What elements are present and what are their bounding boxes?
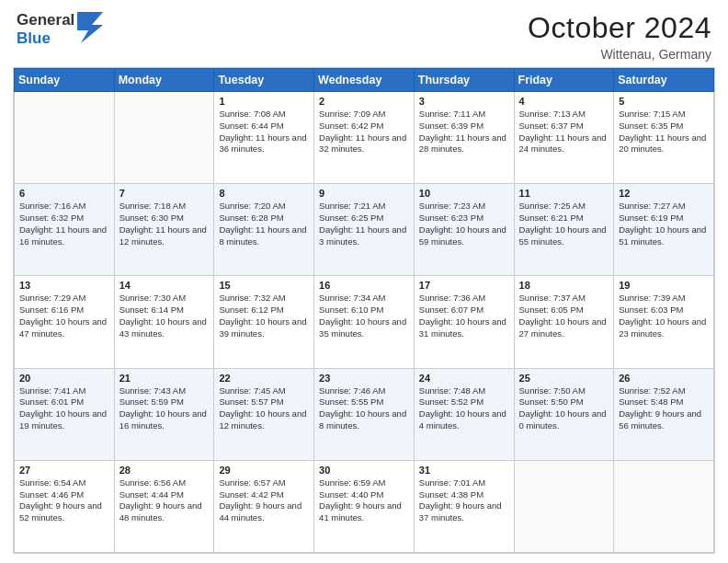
- day-info: Sunrise: 7:41 AM Sunset: 6:01 PM Dayligh…: [19, 385, 109, 432]
- logo-general-text: General: [17, 11, 74, 29]
- day-number: 19: [619, 280, 709, 291]
- calendar-cell: 4Sunrise: 7:13 AM Sunset: 6:37 PM Daylig…: [514, 92, 614, 184]
- calendar-cell: 28Sunrise: 6:56 AM Sunset: 4:44 PM Dayli…: [114, 460, 214, 552]
- calendar-cell: 20Sunrise: 7:41 AM Sunset: 6:01 PM Dayli…: [15, 368, 115, 460]
- day-info: Sunrise: 7:01 AM Sunset: 4:38 PM Dayligh…: [419, 477, 509, 524]
- day-info: Sunrise: 7:46 AM Sunset: 5:55 PM Dayligh…: [319, 385, 409, 432]
- day-info: Sunrise: 7:15 AM Sunset: 6:35 PM Dayligh…: [619, 109, 709, 155]
- weekday-header-thursday: Thursday: [414, 69, 514, 92]
- calendar-table: SundayMondayTuesdayWednesdayThursdayFrid…: [14, 68, 714, 553]
- day-info: Sunrise: 7:52 AM Sunset: 5:48 PM Dayligh…: [619, 385, 709, 432]
- calendar-cell: 5Sunrise: 7:15 AM Sunset: 6:35 PM Daylig…: [614, 92, 714, 184]
- calendar-cell: 21Sunrise: 7:43 AM Sunset: 5:59 PM Dayli…: [114, 368, 214, 460]
- day-number: 23: [319, 373, 409, 384]
- week-row-2: 6Sunrise: 7:16 AM Sunset: 6:32 PM Daylig…: [15, 184, 714, 276]
- day-number: 29: [219, 465, 309, 476]
- calendar-cell: 18Sunrise: 7:37 AM Sunset: 6:05 PM Dayli…: [514, 276, 614, 368]
- calendar-cell: 27Sunrise: 6:54 AM Sunset: 4:46 PM Dayli…: [15, 460, 115, 552]
- day-info: Sunrise: 7:36 AM Sunset: 6:07 PM Dayligh…: [419, 293, 509, 339]
- calendar-cell: 26Sunrise: 7:52 AM Sunset: 5:48 PM Dayli…: [614, 368, 714, 460]
- week-row-5: 27Sunrise: 6:54 AM Sunset: 4:46 PM Dayli…: [15, 460, 714, 552]
- day-info: Sunrise: 7:25 AM Sunset: 6:21 PM Dayligh…: [519, 201, 609, 247]
- day-info: Sunrise: 6:57 AM Sunset: 4:42 PM Dayligh…: [219, 477, 309, 524]
- calendar-cell: [15, 92, 115, 184]
- day-info: Sunrise: 7:23 AM Sunset: 6:23 PM Dayligh…: [419, 201, 509, 247]
- calendar-cell: 2Sunrise: 7:09 AM Sunset: 6:42 PM Daylig…: [314, 92, 415, 184]
- day-number: 31: [419, 465, 509, 476]
- weekday-header-sunday: Sunday: [15, 69, 115, 92]
- day-info: Sunrise: 7:32 AM Sunset: 6:12 PM Dayligh…: [219, 293, 309, 339]
- day-info: Sunrise: 7:11 AM Sunset: 6:39 PM Dayligh…: [419, 109, 509, 155]
- calendar-cell: 29Sunrise: 6:57 AM Sunset: 4:42 PM Dayli…: [214, 460, 314, 552]
- day-info: Sunrise: 6:54 AM Sunset: 4:46 PM Dayligh…: [19, 477, 109, 524]
- day-info: Sunrise: 6:59 AM Sunset: 4:40 PM Dayligh…: [319, 477, 409, 524]
- day-info: Sunrise: 7:13 AM Sunset: 6:37 PM Dayligh…: [519, 109, 609, 155]
- svg-marker-0: [77, 12, 103, 43]
- logo-icon: [77, 12, 103, 43]
- day-number: 7: [119, 188, 210, 199]
- day-number: 22: [219, 373, 309, 384]
- day-number: 25: [519, 373, 609, 384]
- weekday-header-friday: Friday: [514, 69, 614, 92]
- calendar-cell: [514, 460, 614, 552]
- calendar-cell: 24Sunrise: 7:48 AM Sunset: 5:52 PM Dayli…: [414, 368, 514, 460]
- day-info: Sunrise: 7:34 AM Sunset: 6:10 PM Dayligh…: [319, 293, 409, 339]
- calendar-cell: 25Sunrise: 7:50 AM Sunset: 5:50 PM Dayli…: [514, 368, 614, 460]
- calendar-cell: 7Sunrise: 7:18 AM Sunset: 6:30 PM Daylig…: [114, 184, 214, 276]
- calendar-cell: 12Sunrise: 7:27 AM Sunset: 6:19 PM Dayli…: [614, 184, 714, 276]
- day-number: 24: [419, 373, 509, 384]
- day-number: 28: [119, 465, 210, 476]
- calendar-cell: 16Sunrise: 7:34 AM Sunset: 6:10 PM Dayli…: [314, 276, 415, 368]
- calendar-cell: 1Sunrise: 7:08 AM Sunset: 6:44 PM Daylig…: [214, 92, 314, 184]
- location-subtitle: Wittenau, Germany: [528, 47, 711, 62]
- day-info: Sunrise: 7:08 AM Sunset: 6:44 PM Dayligh…: [219, 109, 309, 155]
- calendar: SundayMondayTuesdayWednesdayThursdayFrid…: [13, 67, 715, 554]
- day-number: 16: [319, 280, 409, 291]
- weekday-header-saturday: Saturday: [614, 69, 714, 92]
- day-info: Sunrise: 7:39 AM Sunset: 6:03 PM Dayligh…: [619, 293, 709, 339]
- calendar-cell: 6Sunrise: 7:16 AM Sunset: 6:32 PM Daylig…: [15, 184, 115, 276]
- calendar-cell: 3Sunrise: 7:11 AM Sunset: 6:39 PM Daylig…: [414, 92, 514, 184]
- day-info: Sunrise: 7:50 AM Sunset: 5:50 PM Dayligh…: [519, 385, 609, 432]
- day-number: 9: [319, 188, 409, 199]
- day-number: 11: [519, 188, 609, 199]
- day-info: Sunrise: 6:56 AM Sunset: 4:44 PM Dayligh…: [119, 477, 210, 524]
- week-row-1: 1Sunrise: 7:08 AM Sunset: 6:44 PM Daylig…: [15, 92, 714, 184]
- weekday-header-tuesday: Tuesday: [214, 69, 314, 92]
- day-number: 20: [19, 373, 109, 384]
- calendar-cell: 10Sunrise: 7:23 AM Sunset: 6:23 PM Dayli…: [414, 184, 514, 276]
- day-number: 8: [219, 188, 309, 199]
- day-info: Sunrise: 7:37 AM Sunset: 6:05 PM Dayligh…: [519, 293, 609, 339]
- day-info: Sunrise: 7:27 AM Sunset: 6:19 PM Dayligh…: [619, 201, 709, 247]
- day-info: Sunrise: 7:21 AM Sunset: 6:25 PM Dayligh…: [319, 201, 409, 247]
- calendar-cell: 17Sunrise: 7:36 AM Sunset: 6:07 PM Dayli…: [414, 276, 514, 368]
- calendar-body: 1Sunrise: 7:08 AM Sunset: 6:44 PM Daylig…: [15, 92, 714, 553]
- day-number: 15: [219, 280, 309, 291]
- day-number: 4: [519, 96, 609, 107]
- calendar-cell: [614, 460, 714, 552]
- weekday-row: SundayMondayTuesdayWednesdayThursdayFrid…: [15, 69, 714, 92]
- calendar-cell: 15Sunrise: 7:32 AM Sunset: 6:12 PM Dayli…: [214, 276, 314, 368]
- day-number: 1: [219, 96, 309, 107]
- logo-blue-text: Blue: [17, 29, 74, 48]
- day-info: Sunrise: 7:20 AM Sunset: 6:28 PM Dayligh…: [219, 201, 309, 247]
- calendar-cell: 13Sunrise: 7:29 AM Sunset: 6:16 PM Dayli…: [15, 276, 115, 368]
- calendar-cell: 19Sunrise: 7:39 AM Sunset: 6:03 PM Dayli…: [614, 276, 714, 368]
- month-year-title: October 2024: [528, 11, 711, 45]
- day-info: Sunrise: 7:30 AM Sunset: 6:14 PM Dayligh…: [119, 293, 210, 339]
- weekday-header-wednesday: Wednesday: [314, 69, 415, 92]
- calendar-cell: 14Sunrise: 7:30 AM Sunset: 6:14 PM Dayli…: [114, 276, 214, 368]
- day-number: 10: [419, 188, 509, 199]
- calendar-cell: 23Sunrise: 7:46 AM Sunset: 5:55 PM Dayli…: [314, 368, 415, 460]
- header: General Blue October 2024 Wittenau, Germ…: [0, 0, 728, 67]
- day-number: 13: [19, 280, 109, 291]
- page: General Blue October 2024 Wittenau, Germ…: [0, 0, 728, 563]
- day-number: 27: [19, 465, 109, 476]
- day-number: 18: [519, 280, 609, 291]
- day-number: 6: [19, 188, 109, 199]
- logo: General Blue: [17, 11, 103, 47]
- day-number: 3: [419, 96, 509, 107]
- day-number: 5: [619, 96, 709, 107]
- day-number: 17: [419, 280, 509, 291]
- calendar-header: SundayMondayTuesdayWednesdayThursdayFrid…: [15, 69, 714, 92]
